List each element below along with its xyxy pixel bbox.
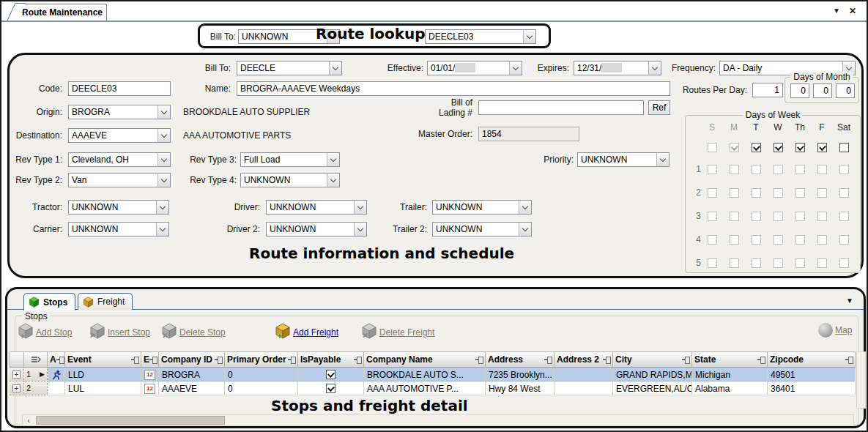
- cell-state[interactable]: Michigan: [692, 368, 768, 381]
- code-input[interactable]: DEECLE03: [68, 81, 171, 96]
- table-row[interactable]: + 2 LUL 12 AAAEVE 0 AAA AUTOMOTIVE P... …: [10, 381, 856, 395]
- header-zipcode[interactable]: Zipcode: [768, 351, 856, 368]
- priority-dropdown-button[interactable]: [656, 153, 669, 166]
- rev-type-4-dropdown-button[interactable]: [327, 174, 339, 187]
- header-a[interactable]: A: [48, 351, 65, 368]
- days-of-month-input-3[interactable]: 0: [836, 83, 855, 98]
- destination-combo[interactable]: AAAEVE: [68, 128, 171, 143]
- priority-combo[interactable]: UNKNOWN: [577, 152, 669, 167]
- table-row[interactable]: + 1▶ LLD 12 BROGRA 0 BROOKDALE AUTO S...…: [10, 368, 856, 381]
- driver-combo[interactable]: UNKNOWN: [266, 200, 367, 215]
- cell-company-name[interactable]: AAA AUTOMOTIVE P...: [364, 381, 486, 395]
- trailer2-dropdown-button[interactable]: [519, 223, 531, 236]
- window-close-icon[interactable]: ✕: [849, 6, 856, 16]
- cell-a[interactable]: [48, 381, 65, 395]
- driver2-combo[interactable]: UNKNOWN: [266, 222, 367, 237]
- header-city[interactable]: City: [613, 351, 692, 368]
- header-company-id[interactable]: Company ID: [159, 351, 225, 368]
- rev-type-3-dropdown-button[interactable]: [327, 153, 339, 166]
- cell-event[interactable]: LLD: [65, 368, 141, 381]
- trailer-dropdown-button[interactable]: [519, 201, 531, 214]
- cell-address2[interactable]: [554, 381, 613, 395]
- trailer2-combo[interactable]: UNKNOWN: [432, 222, 532, 237]
- destination-dropdown-button[interactable]: [157, 129, 170, 142]
- horizontal-scrollbar[interactable]: ‹: [22, 414, 854, 426]
- effective-dropdown-button[interactable]: [509, 62, 522, 75]
- header-state[interactable]: State: [692, 351, 768, 368]
- driver2-dropdown-button[interactable]: [354, 223, 366, 236]
- trailer-combo[interactable]: UNKNOWN: [432, 200, 532, 215]
- routes-per-day-input[interactable]: 1: [752, 83, 783, 97]
- day-checkbox[interactable]: [795, 143, 805, 152]
- carrier-dropdown-button[interactable]: [156, 223, 168, 236]
- header-row-selector[interactable]: [24, 351, 48, 368]
- carrier-combo[interactable]: UNKNOWN: [68, 222, 169, 237]
- bill-to-combo[interactable]: DEECLE: [237, 61, 342, 75]
- origin-dropdown-button[interactable]: [157, 105, 170, 119]
- insert-stop-button[interactable]: ➤ Insert Stop: [89, 323, 150, 342]
- lookup-route-combo[interactable]: DEECLE03: [425, 29, 536, 44]
- header-address2[interactable]: Address 2: [554, 351, 613, 368]
- header-e[interactable]: E: [141, 351, 159, 368]
- header-address[interactable]: Address: [486, 351, 554, 368]
- expires-combo[interactable]: 12/31/: [574, 61, 661, 75]
- cell-primary-order[interactable]: 0: [225, 381, 298, 395]
- tractor-dropdown-button[interactable]: [156, 201, 168, 214]
- grid-vertical-scrollbar[interactable]: [856, 351, 866, 409]
- rev-type-1-dropdown-button[interactable]: [157, 153, 170, 166]
- rev-type-2-combo[interactable]: Van: [68, 173, 171, 187]
- cell-a[interactable]: [48, 368, 65, 381]
- cell-city[interactable]: EVERGREEN,AL/CON: [613, 381, 692, 395]
- cell-address2[interactable]: [554, 368, 613, 381]
- tab-freight[interactable]: Freight: [78, 293, 133, 310]
- cell-ispayable[interactable]: [298, 368, 364, 381]
- header-company-name[interactable]: Company Name: [364, 351, 486, 368]
- panel-collapse-icon[interactable]: ▼: [846, 297, 853, 305]
- header-ispayable[interactable]: IsPayable: [298, 351, 364, 368]
- cell-event[interactable]: LUL: [65, 381, 141, 395]
- add-freight-button[interactable]: ＋ Add Freight: [275, 323, 338, 342]
- cell-primary-order[interactable]: 0: [225, 368, 298, 381]
- tractor-combo[interactable]: UNKNOWN: [68, 200, 169, 215]
- header-expand-column[interactable]: [10, 351, 24, 368]
- scroll-left-button[interactable]: ‹: [23, 415, 34, 425]
- cell-address[interactable]: 7235 Brooklyn...: [486, 368, 554, 381]
- cell-company-name[interactable]: BROOKDALE AUTO S...: [364, 368, 486, 381]
- cell-e[interactable]: 12: [141, 381, 159, 395]
- row-selector-cell[interactable]: 2: [24, 381, 48, 395]
- ispayable-checkbox[interactable]: [326, 370, 335, 379]
- days-of-month-input-1[interactable]: 0: [790, 83, 809, 98]
- expand-plus-icon[interactable]: +: [12, 370, 21, 379]
- rev-type-1-combo[interactable]: Cleveland, OH: [68, 152, 171, 167]
- cell-address[interactable]: Hwy 84 West: [486, 381, 554, 395]
- cell-zipcode[interactable]: 49501: [768, 368, 856, 381]
- rev-type-2-dropdown-button[interactable]: [157, 174, 170, 187]
- row-expand-cell[interactable]: +: [10, 368, 24, 381]
- tab-route-maintenance[interactable]: Route Maintenance: [18, 4, 107, 21]
- ispayable-checkbox[interactable]: [326, 384, 335, 393]
- name-input[interactable]: BROGRA-AAAEVE Weekdays: [237, 81, 670, 96]
- row-selector-cell[interactable]: 1▶: [24, 368, 48, 381]
- days-of-month-input-2[interactable]: 0: [813, 83, 832, 98]
- cell-company-id[interactable]: AAAEVE: [159, 381, 225, 395]
- cell-zipcode[interactable]: 36401: [768, 381, 856, 395]
- cell-ispayable[interactable]: [298, 381, 364, 395]
- day-checkbox[interactable]: [774, 143, 783, 152]
- rev-type-3-combo[interactable]: Full Load: [240, 152, 340, 167]
- bill-of-lading-input[interactable]: [478, 100, 644, 115]
- cell-city[interactable]: GRAND RAPIDS,MI/: [613, 368, 692, 381]
- day-checkbox[interactable]: [752, 143, 761, 152]
- header-event[interactable]: Event: [65, 351, 141, 368]
- header-primary-order[interactable]: Primary Order: [225, 351, 298, 368]
- delete-freight-button[interactable]: ✕ Delete Freight: [361, 323, 434, 342]
- delete-stop-button[interactable]: ✕ Delete Stop: [161, 323, 226, 342]
- effective-combo[interactable]: 01/01/: [427, 61, 522, 75]
- expand-plus-icon[interactable]: +: [12, 384, 21, 392]
- bill-to-dropdown-button[interactable]: [329, 62, 341, 75]
- scrollbar-thumb[interactable]: [36, 416, 225, 425]
- map-button[interactable]: Map: [818, 323, 852, 338]
- tab-stops[interactable]: Stops: [23, 293, 75, 310]
- lookup-route-dropdown-button[interactable]: [523, 30, 535, 43]
- cell-e[interactable]: 12: [141, 368, 159, 381]
- cell-state[interactable]: Alabama: [692, 381, 768, 395]
